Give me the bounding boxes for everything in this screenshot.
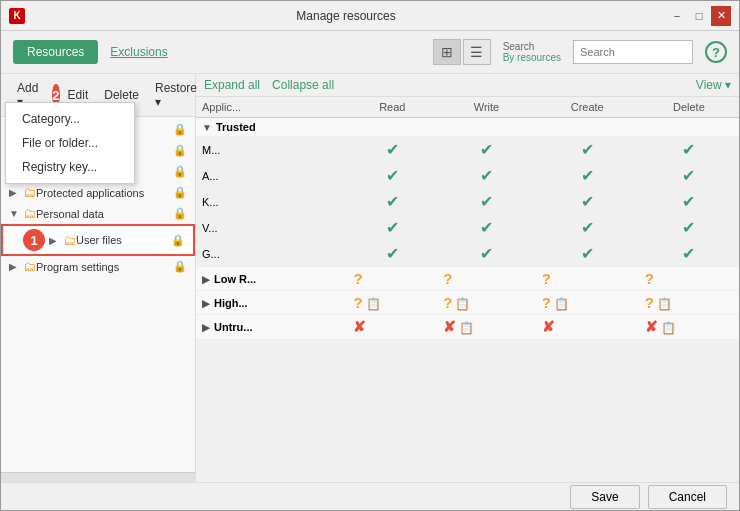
app-name: G... (196, 241, 347, 267)
lock-icon-userfiles: 🔒 (171, 234, 185, 247)
group-low-risk[interactable]: ▶Low R... ? ? ? ? (196, 267, 739, 291)
tree-item-user-files[interactable]: 1 ▶ 🗂 User files 🔒 (1, 224, 195, 256)
lock-icon-program: 🔒 (173, 260, 187, 273)
create-cell: ✔ (536, 137, 639, 163)
status-bar: Save Cancel (1, 482, 739, 510)
read-cell: ✔ (347, 163, 437, 189)
folder-icon-personal: 🗂 (23, 206, 36, 221)
lock-icon-personal: 🔒 (173, 207, 187, 220)
delete-cell: ✔ (639, 163, 739, 189)
app-name: K... (196, 189, 347, 215)
search-label: Search (503, 41, 535, 52)
tree-label-protected-apps: Protected applications (36, 187, 144, 199)
write-cell: ✔ (437, 163, 536, 189)
add-dropdown: Category... File or folder... Registry k… (5, 102, 135, 184)
group-untrusted[interactable]: ▶Untru... ✘ ✘ 📋 ✘ ✘ 📋 (196, 315, 739, 340)
read-cell: ✔ (347, 215, 437, 241)
main-content: Add ▾ 2 Edit Delete Restore ▾ Category..… (1, 74, 739, 482)
create-cell: ✔ (536, 241, 639, 267)
grid-view-button[interactable]: ⊞ (433, 39, 461, 65)
main-toolbar: Resources Exclusions ⊞ ☰ Search By resou… (1, 31, 739, 74)
right-panel: Expand all Collapse all View ▾ Applic...… (196, 74, 739, 482)
table-row: V... ✔ ✔ ✔ ✔ (196, 215, 739, 241)
minimize-button[interactable]: − (667, 6, 687, 26)
lock-icon-services: 🔒 (173, 165, 187, 178)
permissions-table: Applic... Read Write Create Delete ▼Trus… (196, 97, 739, 340)
write-cell: ✔ (437, 241, 536, 267)
col-header-read: Read (347, 97, 437, 118)
lock-icon-protected: 🔒 (173, 186, 187, 199)
write-cell: ✔ (437, 189, 536, 215)
lock-icon-security: 🔒 (173, 144, 187, 157)
tree-item-program-settings[interactable]: ▶ 🗂 Program settings 🔒 (1, 256, 195, 277)
restore-menu[interactable]: Restore ▾ (147, 78, 205, 112)
titlebar: K Manage resources − □ ✕ (1, 1, 739, 31)
view-dropdown[interactable]: View ▾ (696, 78, 731, 92)
expand-all-link[interactable]: Expand all (204, 78, 260, 92)
search-input[interactable] (580, 46, 686, 58)
maximize-button[interactable]: □ (689, 6, 709, 26)
app-icon: K (9, 8, 25, 24)
dropdown-category[interactable]: Category... (6, 107, 134, 131)
tree-arrow-personal: ▼ (9, 208, 23, 219)
create-cell: ✔ (536, 163, 639, 189)
tree-label-personal-data: Personal data (36, 208, 104, 220)
right-toolbar: Expand all Collapse all View ▾ (196, 74, 739, 97)
view-toggle: ⊞ ☰ (433, 39, 491, 65)
delete-cell: ✔ (639, 241, 739, 267)
menu-bar: Add ▾ 2 Edit Delete Restore ▾ Category..… (1, 74, 195, 117)
read-cell: ✔ (347, 137, 437, 163)
delete-cell: ✔ (639, 137, 739, 163)
tree-arrow-userfiles: ▶ (49, 235, 63, 246)
group-trusted[interactable]: ▼Trusted (196, 118, 739, 137)
delete-cell: ✔ (639, 215, 739, 241)
search-sublabel[interactable]: By resources (503, 52, 561, 63)
close-button[interactable]: ✕ (711, 6, 731, 26)
badge-1: 1 (23, 229, 45, 251)
collapse-all-link[interactable]: Collapse all (272, 78, 334, 92)
dropdown-registry-key[interactable]: Registry key... (6, 155, 134, 179)
table-row: A... ✔ ✔ ✔ ✔ (196, 163, 739, 189)
resources-button[interactable]: Resources (13, 40, 98, 64)
main-window: K Manage resources − □ ✕ Resources Exclu… (0, 0, 740, 511)
cancel-button[interactable]: Cancel (648, 485, 727, 509)
tree-arrow-protected: ▶ (9, 187, 23, 198)
create-cell: ✔ (536, 215, 639, 241)
folder-icon-protected: 🗂 (23, 185, 36, 200)
app-name: M... (196, 137, 347, 163)
dropdown-file-or-folder[interactable]: File or folder... (6, 131, 134, 155)
exclusions-button[interactable]: Exclusions (110, 45, 167, 59)
col-header-delete: Delete (639, 97, 739, 118)
lock-icon: 🔒 (173, 123, 187, 136)
col-header-app: Applic... (196, 97, 347, 118)
window-controls: − □ ✕ (667, 6, 731, 26)
folder-icon-program: 🗂 (23, 259, 36, 274)
app-name: A... (196, 163, 347, 189)
read-cell: ✔ (347, 241, 437, 267)
write-cell: ✔ (437, 215, 536, 241)
table-row: M... ✔ ✔ ✔ ✔ (196, 137, 739, 163)
tree-arrow-program: ▶ (9, 261, 23, 272)
list-view-button[interactable]: ☰ (463, 39, 491, 65)
help-button[interactable]: ? (705, 41, 727, 63)
table-wrapper: Applic... Read Write Create Delete ▼Trus… (196, 97, 739, 482)
create-cell: ✔ (536, 189, 639, 215)
tree-item-personal-data[interactable]: ▼ 🗂 Personal data 🔒 (1, 203, 195, 224)
read-cell: ✔ (347, 189, 437, 215)
search-box (573, 40, 693, 64)
search-area: Search By resources (503, 41, 561, 63)
write-cell: ✔ (437, 137, 536, 163)
window-title: Manage resources (25, 9, 667, 23)
col-header-create: Create (536, 97, 639, 118)
tree-label-user-files: User files (76, 234, 122, 246)
horizontal-scrollbar[interactable] (1, 472, 195, 482)
app-name: V... (196, 215, 347, 241)
folder-icon-userfiles: 🗂 (63, 233, 76, 248)
tree-label-program-settings: Program settings (36, 261, 119, 273)
group-high-risk[interactable]: ▶High... ? 📋 ? 📋 ? 📋 ? 📋 (196, 291, 739, 315)
col-header-write: Write (437, 97, 536, 118)
tree-item-protected-apps[interactable]: ▶ 🗂 Protected applications 🔒 (1, 182, 195, 203)
table-row: G... ✔ ✔ ✔ ✔ (196, 241, 739, 267)
table-header-row: Applic... Read Write Create Delete (196, 97, 739, 118)
save-button[interactable]: Save (570, 485, 639, 509)
